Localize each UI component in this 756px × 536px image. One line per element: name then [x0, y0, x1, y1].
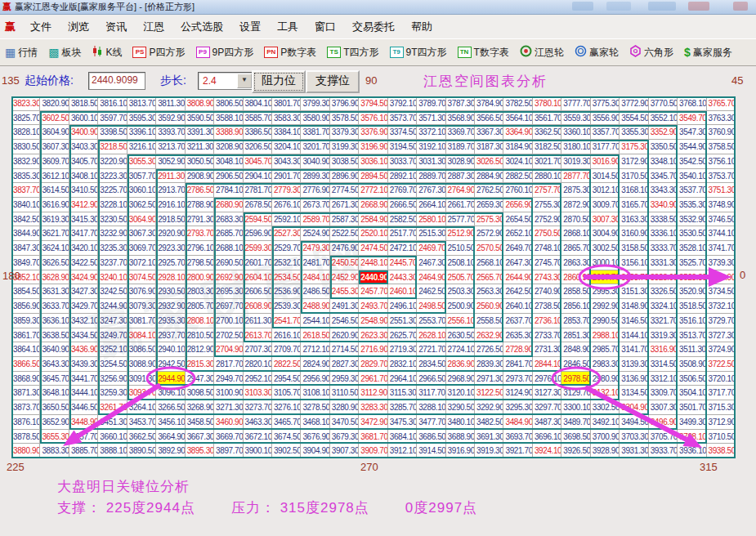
grid-cell: 3036.10 — [359, 154, 387, 169]
grid-cell: 3307.30 — [649, 400, 678, 415]
grid-cell: 2517.70 — [388, 226, 417, 241]
grid-cell: 3782.50 — [503, 96, 532, 111]
menu-item-3[interactable]: 江恩 — [135, 17, 172, 37]
grid-cell: 3758.50 — [707, 140, 736, 154]
resistance-button[interactable]: 阻力位 — [252, 70, 306, 93]
grid-cell: 3669.70 — [214, 430, 243, 444]
t9-icon: T9 — [390, 47, 404, 58]
grid-cell: 2858.50 — [561, 284, 590, 299]
grid-cell: 2575.30 — [475, 212, 503, 227]
grid-cell: 3578.50 — [330, 111, 359, 126]
toolbar-item-江恩轮[interactable]: 江恩轮 — [520, 45, 564, 60]
menu-item-6[interactable]: 工具 — [269, 17, 306, 37]
grid-cell: 2676.10 — [272, 198, 301, 212]
menu-item-1[interactable]: 浏览 — [60, 17, 97, 37]
grid-cell: 2546.50 — [330, 314, 359, 328]
grid-cell: 3295.30 — [503, 400, 532, 415]
grid-cell: 3638.50 — [40, 328, 69, 343]
grid-cell: 3873.70 — [11, 400, 40, 415]
grid-cell: 3076.90 — [127, 284, 156, 299]
grid-cell: 3441.70 — [69, 372, 98, 386]
menu-item-2[interactable]: 资讯 — [97, 17, 135, 37]
toolbar-item-T四方形[interactable]: TST四方形 — [327, 46, 378, 60]
menu-item-4[interactable]: 公式选股 — [172, 17, 231, 37]
toolbar-item-六角形[interactable]: 六角形 — [629, 45, 673, 60]
grid-cell: 2601.70 — [244, 256, 272, 270]
grid-cell: 3696.10 — [533, 430, 561, 444]
dollar-icon: $ — [684, 46, 691, 59]
grid-cell: 2445.70 — [388, 256, 417, 270]
grid-cell: 2680.90 — [214, 198, 243, 212]
start-price-input[interactable]: 2440.9099 — [88, 72, 145, 90]
grid-cell: 3220.90 — [98, 154, 127, 169]
grid-cell: 3252.10 — [98, 342, 127, 357]
grid-cell: 2767.30 — [417, 183, 445, 198]
grid-cell: 3756.10 — [707, 154, 736, 169]
toolbar-item-赢家轮[interactable]: 赢家轮 — [575, 45, 619, 60]
chevron-down-icon[interactable]: ▼ — [237, 74, 252, 88]
grid-cell: 3477.70 — [417, 415, 445, 430]
toolbar-item-K线[interactable]: K线 — [92, 45, 122, 60]
grid-cell: 2824.90 — [301, 357, 329, 372]
step-select[interactable]: 2.4 ▼ — [198, 72, 255, 90]
grid-cell: 3110.50 — [330, 386, 359, 400]
toolbar-item-行情[interactable]: ▦行情 — [5, 46, 38, 60]
grid-cell: 3703.30 — [620, 430, 648, 444]
grid-cell: 3398.50 — [98, 125, 127, 140]
grid-cell: 3134.50 — [620, 386, 648, 400]
grid-cell: 3050.50 — [186, 154, 214, 169]
grid-cell: 2666.50 — [388, 198, 417, 212]
support-level: 支撑： 225度2944点 — [57, 498, 195, 517]
grid-cell: 2959.30 — [330, 372, 359, 386]
grid-cell: 3883.30 — [40, 444, 69, 458]
degree-label-0: 0 — [740, 269, 745, 281]
grid-cell: 3420.10 — [69, 241, 98, 256]
menu-item-7[interactable]: 窗口 — [306, 17, 344, 37]
grid-cell: 2664.10 — [417, 198, 445, 212]
grid-cell: 2558.50 — [475, 314, 503, 328]
menu-item-9[interactable]: 帮助 — [403, 17, 441, 37]
menu-item-8[interactable]: 交易委托 — [344, 17, 403, 37]
grid-cell: 3506.50 — [678, 372, 706, 386]
grid-cell: 3352.90 — [649, 125, 678, 140]
grid-cell: 3760.90 — [707, 125, 736, 140]
grid-cell: 2668.90 — [359, 198, 387, 212]
analysis-levels: 支撑： 225度2944点 压力： 315度2978点 0度2997点 — [57, 498, 477, 517]
toolbar-item-P四方形[interactable]: PSP四方形 — [132, 46, 185, 60]
grid-cell: 3432.10 — [69, 314, 98, 328]
grid-cell: 2868.10 — [561, 226, 590, 241]
grid-cell: 2704.90 — [214, 342, 243, 357]
toolbar-item-T数字表[interactable]: TNT数字表 — [458, 46, 509, 60]
grid-cell: 3328.90 — [649, 270, 678, 285]
toolbar-item-赢家服务[interactable]: $赢家服务 — [684, 46, 732, 60]
menu-item-5[interactable]: 设置 — [231, 17, 269, 37]
grid-cell: 2503.30 — [446, 284, 475, 299]
grid-cell: 3655.30 — [40, 430, 69, 444]
grid-cell: 3172.90 — [620, 154, 648, 169]
grid-cell: 2714.50 — [330, 342, 359, 357]
grid-cell: 2736.10 — [533, 314, 561, 328]
grid-cell: 2640.10 — [503, 299, 532, 314]
grid-cell: 3528.10 — [678, 241, 706, 256]
grid-cell: 3698.50 — [561, 430, 590, 444]
grid-cell: 3844.90 — [11, 226, 40, 241]
grid-cell: 3381.70 — [301, 125, 329, 140]
grid-cell: 3247.30 — [98, 314, 127, 328]
grid-cell: 3830.50 — [11, 140, 40, 154]
support-button[interactable]: 支撑位 — [306, 70, 360, 93]
grid-cell: 3890.50 — [127, 444, 156, 458]
grid-cell: 3177.70 — [591, 140, 620, 154]
menu-item-0[interactable]: 文件 — [22, 17, 60, 37]
toolbar-item-9T四方形[interactable]: T99T四方形 — [390, 46, 447, 60]
grid-cell: 3518.50 — [678, 299, 706, 314]
grid-cell: 3516.10 — [678, 314, 706, 328]
step-label: 步长: — [160, 74, 186, 88]
toolbar-item-P数字表[interactable]: PNP数字表 — [264, 46, 316, 60]
grid-cell: 3321.70 — [649, 314, 678, 328]
grid-cell: 3112.90 — [359, 386, 387, 400]
grid-cell: 2712.10 — [301, 342, 329, 357]
grid-cell: 3158.50 — [620, 241, 648, 256]
toolbar-item-板块[interactable]: ▩板块 — [48, 46, 81, 60]
analysis-title: 大盘明日关键位分析 — [57, 477, 190, 496]
toolbar-item-9P四方形[interactable]: P99P四方形 — [196, 46, 254, 60]
